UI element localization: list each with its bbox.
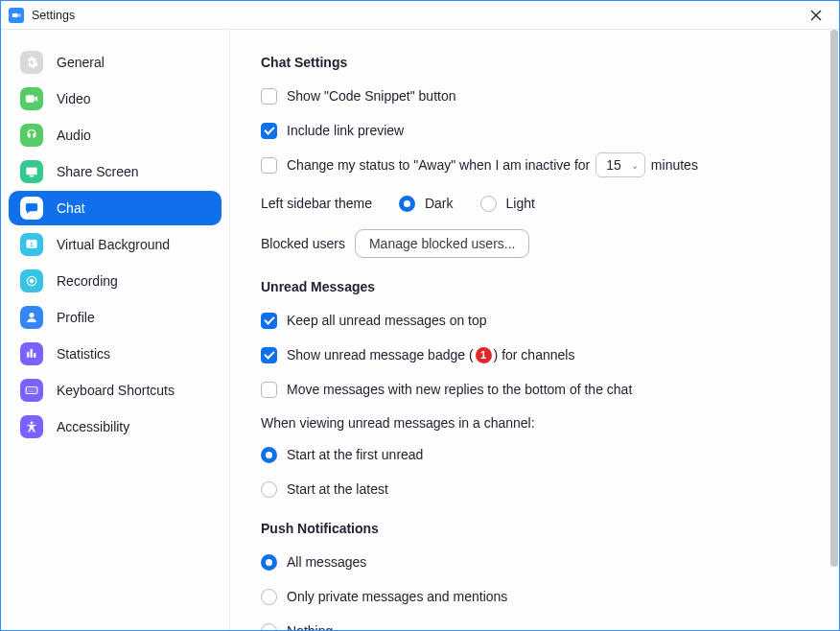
sidebar-item-label: General (57, 55, 105, 70)
checkbox-show-badge[interactable] (261, 347, 277, 363)
sidebar-item-accessibility[interactable]: Accessibility (9, 409, 222, 444)
radio-icon (261, 623, 277, 631)
sidebar-item-label: Video (57, 91, 91, 106)
share-icon (20, 160, 43, 183)
sidebar-item-label: Share Screen (57, 164, 139, 179)
svg-point-1 (31, 243, 34, 245)
sidebar-item-statistics[interactable]: Statistics (9, 337, 222, 371)
section-heading-chat: Chat Settings (261, 55, 808, 70)
access-icon (20, 415, 43, 438)
audio-icon (20, 124, 43, 147)
label-away-suffix: minutes (651, 157, 698, 173)
sidebar-item-profile[interactable]: Profile (9, 300, 222, 335)
radio-theme-light[interactable]: Light (480, 196, 535, 212)
svg-point-4 (30, 313, 35, 317)
label-link-preview: Include link preview (287, 123, 404, 138)
radio-icon (399, 196, 415, 212)
sidebar-item-keyboard-shortcuts[interactable]: Keyboard Shortcuts (9, 373, 222, 408)
section-heading-unread: Unread Messages (261, 279, 808, 294)
label-badge-prefix: Show unread message badge ( (287, 347, 474, 362)
label-keep-on-top: Keep all unread messages on top (287, 313, 487, 328)
radio-theme-dark[interactable]: Dark (399, 196, 454, 212)
label-viewing-unread: When viewing unread messages in a channe… (261, 415, 808, 431)
radio-icon (261, 589, 277, 605)
radio-push-all-messages[interactable]: All messages (261, 548, 808, 576)
radio-label: Dark (425, 196, 454, 211)
gear-icon (20, 51, 43, 74)
stats-icon (20, 342, 43, 365)
radio-label: Nothing (287, 623, 333, 630)
chat-icon (20, 197, 43, 220)
sidebar-item-label: Accessibility (57, 419, 129, 434)
radio-icon (261, 447, 277, 463)
radio-viewing-start-at-the-latest[interactable]: Start at the latest (261, 475, 808, 503)
radio-icon (261, 481, 277, 498)
sidebar-item-audio[interactable]: Audio (9, 118, 222, 152)
sidebar-item-label: Chat (57, 200, 85, 216)
sidebar: GeneralVideoAudioShare ScreenChatVirtual… (1, 30, 230, 630)
svg-point-3 (30, 279, 34, 283)
window-title: Settings (32, 9, 75, 22)
sidebar-item-label: Recording (57, 273, 118, 289)
sidebar-item-video[interactable]: Video (9, 82, 222, 116)
scrollbar-thumb[interactable] (830, 30, 838, 567)
svg-point-6 (31, 422, 33, 424)
checkbox-link-preview[interactable] (261, 123, 277, 139)
sidebar-item-virtual-background[interactable]: Virtual Background (9, 227, 222, 262)
sidebar-item-recording[interactable]: Recording (9, 264, 222, 298)
radio-push-nothing[interactable]: Nothing (261, 617, 808, 630)
label-blocked-users: Blocked users (261, 236, 345, 251)
radio-label: All messages (287, 554, 366, 570)
sidebar-item-label: Profile (57, 310, 95, 325)
unread-badge-icon: 1 (476, 347, 492, 363)
checkbox-away-status[interactable] (261, 157, 277, 174)
close-icon (810, 10, 822, 21)
sidebar-item-label: Audio (57, 128, 91, 143)
checkbox-move-bottom[interactable] (261, 382, 277, 398)
svg-rect-5 (26, 387, 37, 394)
checkbox-keep-on-top[interactable] (261, 313, 277, 329)
radio-label: Start at the first unread (287, 447, 423, 462)
sidebar-item-share-screen[interactable]: Share Screen (9, 154, 222, 189)
video-icon (20, 87, 43, 110)
vb-icon (20, 233, 43, 256)
label-away-prefix: Change my status to "Away" when I am ina… (287, 157, 590, 173)
radio-group-theme: DarkLight (399, 196, 535, 212)
titlebar: Settings (1, 1, 839, 30)
radio-icon (480, 196, 497, 212)
radio-group-viewing: Start at the first unreadStart at the la… (261, 440, 808, 503)
sidebar-item-label: Statistics (57, 346, 110, 362)
chevron-down-icon: ⌄ (631, 160, 639, 171)
radio-label: Only private messages and mentions (287, 589, 507, 604)
label-sidebar-theme: Left sidebar theme (261, 196, 372, 211)
label-badge-suffix: ) for channels (494, 347, 575, 362)
sidebar-item-label: Keyboard Shortcuts (57, 383, 175, 398)
sidebar-item-label: Virtual Background (57, 237, 170, 252)
radio-viewing-start-at-the-first-unread[interactable]: Start at the first unread (261, 440, 808, 469)
radio-push-only-private-messages-and-mentions[interactable]: Only private messages and mentions (261, 582, 808, 611)
main-panel: Chat Settings Show "Code Snippet" button… (230, 30, 839, 630)
keyboard-icon (20, 379, 43, 402)
label-move-bottom: Move messages with new replies to the bo… (287, 382, 632, 397)
record-icon (20, 269, 43, 292)
radio-label: Start at the latest (287, 481, 388, 497)
close-button[interactable] (803, 2, 829, 29)
radio-label: Light (506, 196, 535, 211)
sidebar-item-chat[interactable]: Chat (9, 191, 222, 225)
app-icon (9, 8, 24, 23)
radio-group-push: All messagesOnly private messages and me… (261, 548, 808, 630)
label-code-snippet: Show "Code Snippet" button (287, 88, 456, 104)
manage-blocked-users-button[interactable]: Manage blocked users... (355, 229, 530, 258)
select-away-minutes[interactable]: 15 ⌄ (595, 152, 645, 177)
radio-icon (261, 554, 277, 571)
select-away-value: 15 (606, 157, 621, 173)
profile-icon (20, 306, 43, 329)
sidebar-item-general[interactable]: General (9, 45, 222, 80)
checkbox-code-snippet[interactable] (261, 88, 277, 105)
section-heading-push: Push Notifications (261, 521, 808, 536)
